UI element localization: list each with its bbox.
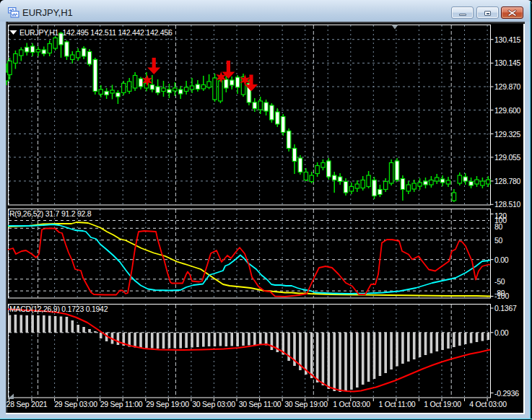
svg-text:50: 50 [494, 236, 503, 245]
svg-text:129.600: 129.600 [494, 106, 521, 115]
svg-text:R(9,26,52) 31.7 91.2 92.8: R(9,26,52) 31.7 91.2 92.8 [9, 209, 92, 218]
svg-text:80: 80 [494, 222, 503, 231]
svg-text:0.00: 0.00 [494, 328, 509, 337]
svg-text:1 Oct 03:00: 1 Oct 03:00 [333, 400, 370, 408]
svg-text:29 Sep 19:00: 29 Sep 19:00 [146, 400, 189, 408]
svg-text:128.780: 128.780 [494, 177, 521, 185]
svg-text:29 Sep 11:00: 29 Sep 11:00 [100, 400, 143, 408]
svg-text:-0.2936: -0.2936 [494, 389, 519, 398]
svg-text:1 Oct 11:00: 1 Oct 11:00 [379, 400, 416, 408]
svg-text:130.415: 130.415 [494, 35, 521, 44]
svg-text:30 Sep 11:00: 30 Sep 11:00 [239, 400, 282, 408]
svg-text:4 Oct 03:00: 4 Oct 03:00 [469, 400, 507, 408]
svg-text:0.1367: 0.1367 [494, 304, 517, 312]
svg-text:-100: -100 [494, 292, 509, 300]
svg-text:30 Sep 19:00: 30 Sep 19:00 [284, 400, 328, 408]
svg-text:EURJPY,H1 142.495 142.511 142: EURJPY,H1 142.495 142.511 142.442 142.45… [19, 28, 173, 37]
svg-text:29 Sep 03:00: 29 Sep 03:00 [54, 400, 97, 408]
svg-text:129.055: 129.055 [494, 153, 521, 162]
svg-text:1 Oct 19:00: 1 Oct 19:00 [424, 400, 461, 408]
svg-text:130.145: 130.145 [494, 58, 521, 67]
svg-text:128.510: 128.510 [494, 200, 521, 209]
svg-text:0.00: 0.00 [494, 255, 509, 264]
svg-text:28 Sep 2021: 28 Sep 2021 [6, 400, 48, 408]
svg-text:-50: -50 [494, 277, 505, 286]
svg-text:129.870: 129.870 [494, 82, 521, 91]
svg-text:MACD(12,26,9) 0.1723 0.1942: MACD(12,26,9) 0.1723 0.1942 [9, 305, 108, 313]
svg-text:30 Sep 03:00: 30 Sep 03:00 [192, 400, 235, 408]
svg-text:129.325: 129.325 [494, 130, 521, 139]
